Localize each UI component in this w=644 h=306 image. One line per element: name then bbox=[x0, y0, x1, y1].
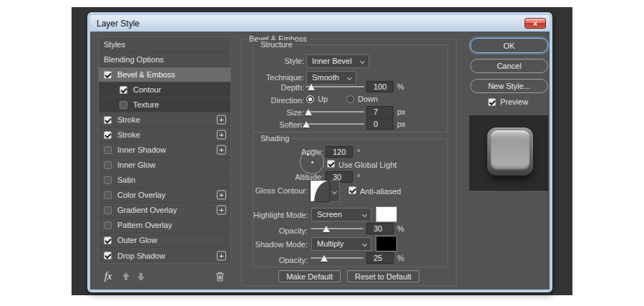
slider-thumb[interactable] bbox=[321, 255, 328, 262]
direction-down-radio[interactable] bbox=[346, 95, 354, 103]
size-slider[interactable] bbox=[306, 107, 364, 117]
effect-checkbox[interactable] bbox=[119, 86, 127, 94]
sidebar-item-bevel-emboss[interactable]: Bevel & Emboss bbox=[99, 67, 230, 82]
shadow-opacity-input[interactable]: 25 bbox=[366, 252, 394, 264]
sidebar-item-drop-shadow[interactable]: Drop Shadow+ bbox=[99, 248, 230, 263]
sidebar-item-label: Blending Options bbox=[104, 55, 164, 64]
depth-slider[interactable] bbox=[306, 82, 364, 92]
preview-checkbox[interactable] bbox=[488, 98, 496, 106]
gloss-contour-picker[interactable] bbox=[310, 180, 330, 202]
dialog-title: Layer Style bbox=[97, 19, 140, 29]
effect-checkbox[interactable] bbox=[104, 236, 112, 244]
effect-checkbox[interactable] bbox=[104, 221, 112, 229]
desktop-background: Layer Style × StylesBlending OptionsBeve… bbox=[72, 7, 572, 295]
highlight-opacity-input[interactable]: 30 bbox=[366, 223, 394, 234]
add-effect-button[interactable]: + bbox=[217, 206, 226, 215]
depth-input[interactable]: 100 bbox=[366, 81, 394, 92]
highlight-mode-dropdown[interactable]: Screen bbox=[311, 208, 371, 221]
trash-icon bbox=[215, 272, 225, 282]
effect-checkbox[interactable] bbox=[104, 116, 112, 124]
fx-icon[interactable]: fx bbox=[104, 271, 112, 282]
sidebar-item-inner-shadow[interactable]: Inner Shadow+ bbox=[99, 143, 230, 158]
ok-button[interactable]: OK bbox=[470, 38, 548, 53]
effect-checkbox[interactable] bbox=[104, 176, 112, 184]
slider-thumb[interactable] bbox=[305, 109, 312, 115]
delete-effect-button[interactable] bbox=[215, 272, 225, 282]
angle-input[interactable]: 120 bbox=[326, 146, 353, 158]
add-effect-button[interactable]: + bbox=[217, 251, 226, 260]
close-icon: × bbox=[533, 20, 537, 27]
effect-checkbox[interactable] bbox=[119, 101, 127, 109]
sidebar-item-label: Drop Shadow bbox=[117, 252, 165, 260]
slider-thumb[interactable] bbox=[303, 121, 310, 128]
close-button[interactable]: × bbox=[525, 18, 546, 29]
sidebar-item-gradient-overlay[interactable]: Gradient Overlay+ bbox=[99, 203, 230, 218]
soften-input[interactable]: 0 bbox=[366, 118, 394, 130]
shadow-opacity-unit: % bbox=[397, 254, 404, 263]
style-dropdown[interactable]: Inner Bevel bbox=[306, 54, 369, 68]
add-effect-button[interactable]: + bbox=[217, 145, 226, 155]
gloss-contour-label: Gloss Contour: bbox=[253, 186, 308, 196]
shadow-opacity-slider[interactable] bbox=[311, 254, 364, 263]
dial-center-dot bbox=[311, 161, 313, 163]
effect-checkbox[interactable] bbox=[104, 252, 112, 259]
default-buttons-row: Make Default Reset to Default bbox=[242, 270, 456, 282]
effect-checkbox[interactable] bbox=[104, 146, 112, 154]
sidebar-item-satin[interactable]: Satin bbox=[99, 173, 230, 188]
reset-to-default-button[interactable]: Reset to Default bbox=[347, 270, 419, 282]
sidebar-item-stroke-2[interactable]: Stroke+ bbox=[99, 128, 230, 143]
slider-thumb[interactable] bbox=[323, 226, 330, 232]
move-effect-up-icon[interactable] bbox=[122, 272, 130, 281]
contour-curve-icon bbox=[311, 181, 329, 201]
sidebar-item-blending-options[interactable]: Blending Options bbox=[99, 52, 230, 67]
sidebar-item-label: Color Overlay bbox=[117, 191, 165, 199]
soften-label: Soften: bbox=[253, 120, 304, 130]
sidebar-footer: fx bbox=[98, 269, 231, 285]
add-effect-button[interactable]: + bbox=[217, 191, 226, 200]
sidebar-item-label: Stroke bbox=[117, 115, 140, 124]
highlight-opacity-label: Opacity: bbox=[253, 226, 308, 236]
slider-track bbox=[306, 123, 364, 125]
sidebar-item-outer-glow[interactable]: Outer Glow bbox=[99, 233, 230, 248]
depth-label: Depth: bbox=[253, 83, 304, 92]
shadow-mode-label: Shadow Mode: bbox=[253, 240, 308, 249]
dialog-titlebar[interactable]: Layer Style × bbox=[90, 15, 550, 32]
shadow-mode-dropdown[interactable]: Multiply bbox=[311, 237, 371, 251]
highlight-mode-value: Screen bbox=[317, 210, 342, 219]
sidebar-item-texture[interactable]: Texture bbox=[99, 97, 230, 113]
use-global-light-checkbox[interactable] bbox=[327, 160, 335, 168]
sidebar-item-color-overlay[interactable]: Color Overlay+ bbox=[99, 188, 230, 203]
style-preview-thumbnail bbox=[469, 115, 548, 191]
add-effect-button[interactable]: + bbox=[217, 130, 226, 140]
effect-checkbox[interactable] bbox=[104, 206, 112, 214]
bevel-emboss-panel: Bevel & Emboss Structure Style: Inner Be… bbox=[241, 39, 457, 286]
anti-aliased-checkbox[interactable] bbox=[348, 186, 356, 194]
shadow-color-swatch[interactable] bbox=[376, 236, 397, 252]
sidebar-item-stroke[interactable]: Stroke+ bbox=[99, 113, 230, 128]
shadow-opacity-label: Opacity: bbox=[253, 256, 308, 265]
sidebar-item-contour[interactable]: Contour bbox=[99, 82, 230, 97]
gloss-contour-dropdown[interactable] bbox=[330, 180, 340, 202]
sidebar-item-pattern-overlay[interactable]: Pattern Overlay bbox=[99, 218, 230, 233]
angle-dial[interactable] bbox=[300, 150, 324, 174]
add-effect-button[interactable]: + bbox=[217, 115, 226, 125]
effect-checkbox[interactable] bbox=[104, 191, 112, 199]
highlight-color-swatch[interactable] bbox=[376, 206, 397, 222]
soften-slider[interactable] bbox=[306, 120, 364, 129]
slider-track bbox=[306, 111, 364, 113]
slider-thumb[interactable] bbox=[308, 84, 315, 90]
sidebar-item-styles[interactable]: Styles bbox=[99, 37, 230, 52]
shading-group: Shading Angle: 120 ° Use Global Light Al… bbox=[253, 138, 448, 267]
make-default-button[interactable]: Make Default bbox=[278, 270, 341, 282]
sidebar-item-inner-glow[interactable]: Inner Glow bbox=[99, 158, 230, 173]
new-style-button[interactable]: New Style... bbox=[470, 79, 548, 93]
highlight-opacity-slider[interactable] bbox=[311, 224, 364, 234]
size-unit: px bbox=[397, 107, 406, 117]
cancel-button[interactable]: Cancel bbox=[470, 59, 548, 73]
move-effect-down-icon[interactable] bbox=[137, 272, 145, 281]
size-input[interactable]: 7 bbox=[366, 106, 394, 118]
effect-checkbox[interactable] bbox=[104, 131, 112, 139]
direction-up-radio[interactable] bbox=[306, 95, 314, 103]
effect-checkbox[interactable] bbox=[104, 161, 112, 169]
effect-checkbox[interactable] bbox=[104, 71, 112, 79]
